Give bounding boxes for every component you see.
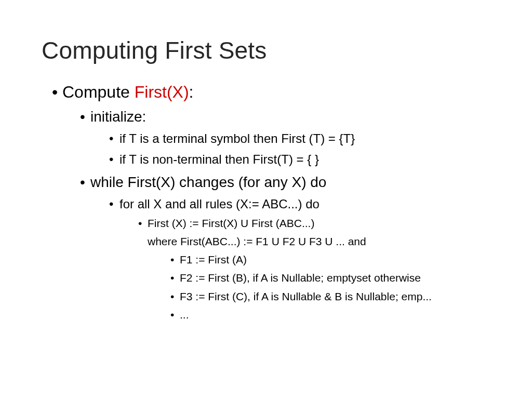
init-nonterminal-item: if T is non-terminal then First(T) = { } bbox=[109, 151, 501, 169]
forall-label: for all X and all rules (X:= ABC...) do bbox=[119, 197, 320, 211]
firstx-union-item: First (X) := First(X) U First (ABC...) bbox=[138, 216, 501, 231]
compute-firstx-item: Compute First(X): initialize: if T is a … bbox=[52, 81, 501, 323]
where-clause-text: where First(ABC...) := F1 U F2 U F3 U ..… bbox=[148, 235, 366, 247]
bullet-list-lvl3-while: for all X and all rules (X:= ABC...) do … bbox=[90, 195, 501, 323]
forall-item: for all X and all rules (X:= ABC...) do … bbox=[109, 195, 501, 323]
slide-title: Computing First Sets bbox=[42, 36, 501, 64]
dots-item: ... bbox=[170, 307, 501, 323]
init-terminal-item: if T is a terminal symbol then First (T)… bbox=[109, 130, 501, 148]
f3-item: F3 := First (C), if A is Nullable & B is… bbox=[170, 289, 501, 304]
bullet-list-lvl2: initialize: if T is a terminal symbol th… bbox=[62, 107, 501, 323]
slide: Computing First Sets Compute First(X): i… bbox=[0, 0, 532, 342]
bullet-list-lvl5: F1 := First (A) F2 := First (B), if A is… bbox=[148, 252, 501, 323]
f1-item: F1 := First (A) bbox=[170, 252, 501, 268]
compute-prefix: Compute bbox=[62, 83, 135, 101]
while-item: while First(X) changes (for any X) do fo… bbox=[80, 172, 501, 323]
f2-item: F2 := First (B), if A is Nullable; empty… bbox=[170, 270, 501, 286]
firstx-highlight: First(X) bbox=[135, 83, 189, 101]
initialize-item: initialize: if T is a terminal symbol th… bbox=[80, 107, 501, 169]
where-clause-item: where First(ABC...) := F1 U F2 U F3 U ..… bbox=[138, 234, 501, 323]
initialize-label: initialize: bbox=[90, 109, 146, 125]
compute-suffix: : bbox=[189, 83, 194, 101]
bullet-list-lvl4: First (X) := First(X) U First (ABC...) w… bbox=[119, 216, 501, 323]
while-label: while First(X) changes (for any X) do bbox=[90, 174, 326, 190]
bullet-list-lvl3-init: if T is a terminal symbol then First (T)… bbox=[90, 130, 501, 169]
bullet-list-lvl1: Compute First(X): initialize: if T is a … bbox=[42, 81, 501, 323]
